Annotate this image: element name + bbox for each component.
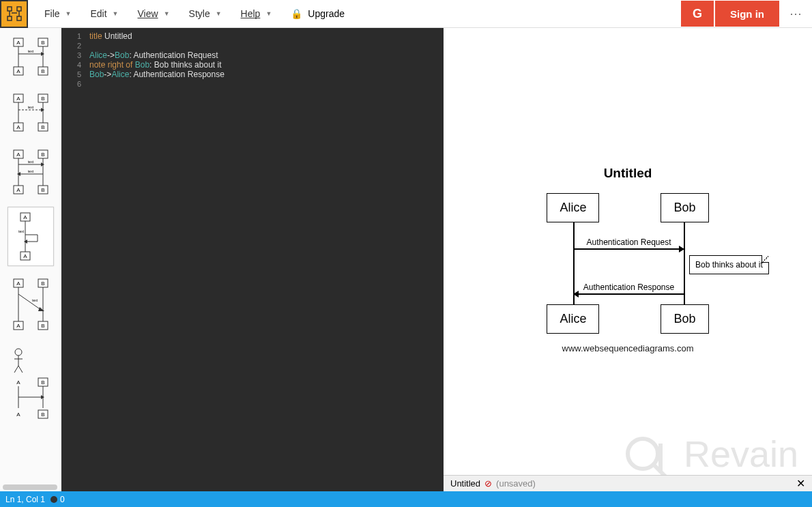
svg-text:A: A [16, 280, 20, 287]
code-editor[interactable]: 123456 title Untitled Alice->Bob: Authen… [61, 28, 444, 491]
lock-icon: 🔒 [291, 8, 302, 19]
line-gutter: 123456 [61, 28, 85, 491]
svg-text:text: text [18, 229, 25, 233]
caret-down-icon: ▼ [216, 10, 222, 17]
snippet-dashed[interactable]: ABtextAB [8, 88, 54, 137]
snippet-signal[interactable]: ABtextAB [8, 32, 54, 81]
svg-text:B: B [41, 280, 44, 287]
svg-text:B: B [41, 40, 44, 46]
menu-style[interactable]: Style▼ [181, 4, 230, 23]
palette-scrollbar[interactable] [3, 484, 57, 490]
google-signin-button[interactable]: G [681, 1, 714, 27]
message-1: Authentication Request [574, 237, 684, 250]
svg-text:A: A [16, 40, 20, 46]
svg-point-87 [628, 439, 658, 469]
upgrade-button[interactable]: 🔒Upgrade [282, 4, 353, 23]
status-bar: Ln 1, Col 1 0 [0, 491, 812, 507]
snippet-return[interactable]: ABtexttextAB [8, 144, 54, 200]
svg-text:text: text [27, 105, 33, 109]
svg-text:A: A [16, 151, 20, 158]
code-content[interactable]: title Untitled Alice->Bob: Authenticatio… [85, 28, 444, 491]
svg-marker-66 [38, 307, 44, 311]
menu-view[interactable]: View▼ [130, 4, 178, 23]
svg-text:text: text [27, 160, 33, 164]
svg-line-75 [14, 366, 18, 373]
diagram-title: Untitled [484, 166, 771, 181]
signin-button[interactable]: Sign in [715, 1, 779, 27]
caret-down-icon: ▼ [113, 10, 119, 17]
svg-text:A: A [16, 323, 20, 329]
svg-text:text: text [27, 49, 33, 53]
watermark: Revain [624, 430, 798, 478]
svg-text:B: B [41, 187, 44, 193]
svg-text:B: B [41, 323, 44, 329]
snippet-actor[interactable]: ABAB [8, 343, 54, 426]
caret-down-icon: ▼ [66, 10, 72, 17]
menu-help[interactable]: Help▼ [233, 4, 280, 23]
svg-text:text: text [27, 169, 33, 173]
actor-box-alice-bottom: Alice [547, 304, 599, 334]
menu-file[interactable]: File▼ [36, 4, 79, 23]
svg-text:A: A [16, 411, 20, 418]
svg-text:B: B [41, 411, 44, 418]
svg-text:A: A [23, 214, 27, 220]
svg-rect-1 [17, 7, 21, 11]
file-status-bar: Untitled ⊘ (unsaved) ✕ [444, 475, 812, 491]
actor-box-alice-top: Alice [547, 193, 599, 222]
top-menubar: File▼ Edit▼ View▼ Style▼ Help▼ 🔒Upgrade … [0, 0, 812, 28]
note-box: Bob thinks about it [689, 255, 769, 274]
svg-text:A: A [16, 379, 20, 386]
diagram-credit: www.websequencediagrams.com [484, 343, 771, 353]
actor-box-bob-top: Bob [661, 193, 708, 222]
snippet-diagonal[interactable]: ABtextAB [8, 273, 54, 336]
menu-edit[interactable]: Edit▼ [82, 4, 126, 23]
svg-text:B: B [41, 124, 44, 130]
svg-text:A: A [16, 96, 20, 102]
error-count[interactable]: 0 [60, 495, 65, 504]
svg-rect-3 [17, 16, 21, 20]
unsaved-label: (unsaved) [496, 478, 536, 489]
svg-point-72 [15, 349, 22, 356]
app-logo[interactable] [0, 0, 28, 28]
svg-text:text: text [32, 298, 38, 302]
diagram-preview: Untitled Alice Bob Authentication Reques… [444, 28, 812, 491]
status-dot-icon [50, 496, 57, 503]
file-name: Untitled [450, 478, 480, 489]
snippet-self[interactable]: AtextA [8, 207, 54, 266]
svg-line-76 [18, 366, 23, 373]
svg-text:A: A [16, 68, 20, 74]
message-2: Authentication Response [574, 283, 684, 295]
svg-rect-0 [8, 7, 12, 11]
svg-rect-2 [8, 16, 12, 20]
snippet-palette: ABtextAB ABtextAB ABtexttextAB AtextA AB… [0, 28, 61, 491]
caret-down-icon: ▼ [265, 10, 272, 17]
close-icon[interactable]: ✕ [796, 477, 805, 490]
svg-text:A: A [16, 187, 20, 193]
caret-down-icon: ▼ [164, 10, 170, 17]
svg-text:B: B [41, 379, 44, 386]
svg-text:A: A [16, 124, 20, 130]
error-icon[interactable]: ⊘ [484, 478, 492, 489]
more-menu-icon[interactable]: ⋯ [782, 1, 809, 27]
svg-text:A: A [23, 253, 27, 259]
cursor-position[interactable]: Ln 1, Col 1 [5, 495, 45, 504]
lifeline-bob [684, 222, 685, 304]
actor-box-bob-bottom: Bob [661, 304, 708, 334]
svg-text:B: B [41, 68, 44, 74]
svg-text:B: B [41, 96, 44, 102]
svg-text:B: B [41, 151, 44, 158]
